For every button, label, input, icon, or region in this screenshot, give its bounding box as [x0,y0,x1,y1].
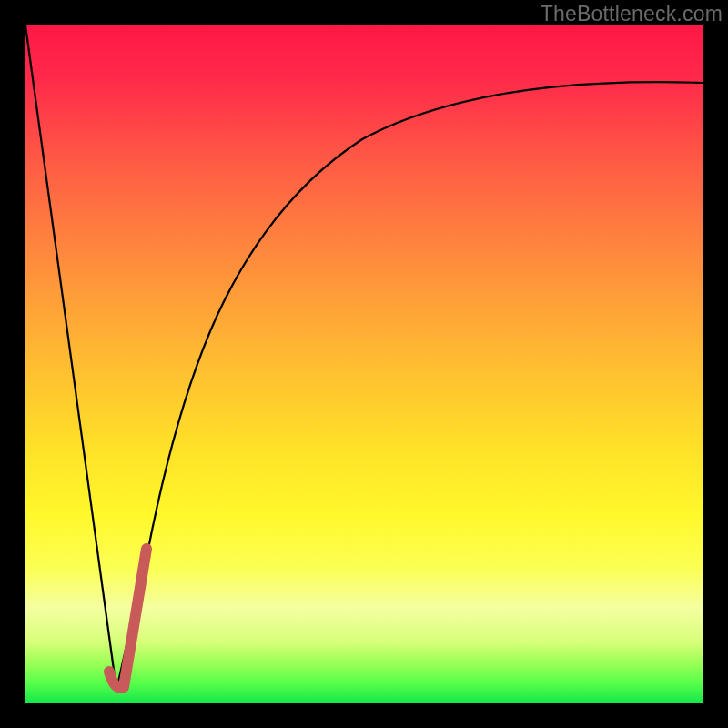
left-falling-line [25,25,116,690]
chart-frame: TheBottleneck.com [0,0,728,728]
curves-svg [25,25,703,703]
marker-tick [109,549,147,688]
watermark-text: TheBottleneck.com [541,2,723,26]
right-rising-curve [116,82,703,690]
plot-area [25,25,703,703]
